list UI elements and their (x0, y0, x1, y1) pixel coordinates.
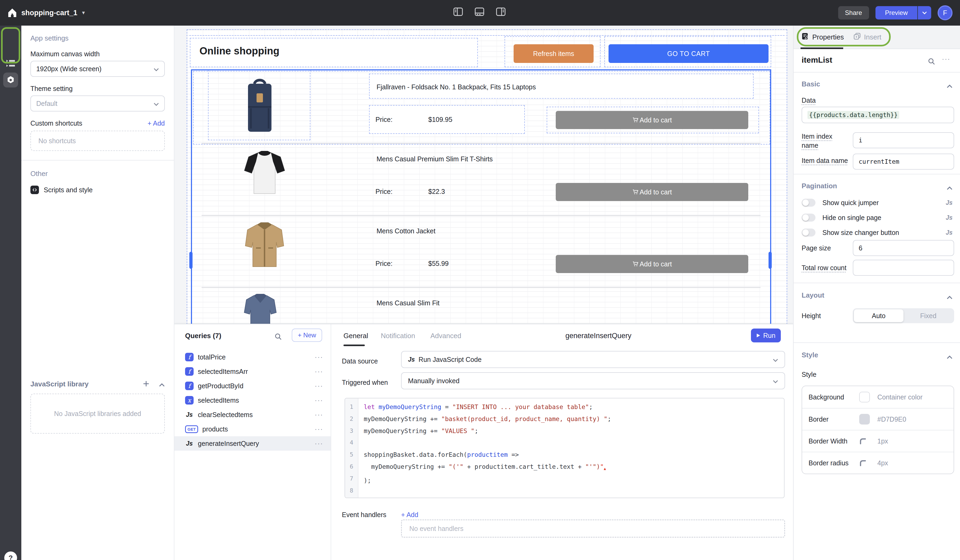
toggle-left-panel-icon[interactable] (453, 8, 463, 18)
tab-general[interactable]: General (344, 332, 368, 340)
tab-notification[interactable]: Notification (381, 332, 415, 340)
tab-insert[interactable]: Insert (853, 32, 882, 42)
page-size-input[interactable]: 6 (853, 240, 954, 256)
color-swatch[interactable] (859, 414, 870, 424)
app-canvas[interactable]: Online shopping Refresh items GO TO CART… (187, 29, 787, 324)
avatar[interactable]: F (938, 5, 952, 20)
collapse-icon[interactable] (947, 352, 952, 361)
resize-handle-right[interactable] (768, 252, 772, 269)
query-menu-icon[interactable]: ··· (315, 382, 323, 390)
query-list-item[interactable]: JsclearSelectedtems··· (174, 408, 331, 422)
add-to-cart-button[interactable]: Add to cart (556, 183, 748, 201)
data-source-select[interactable]: Js Run JavaScript Code (401, 351, 785, 368)
query-menu-icon[interactable]: ··· (315, 411, 323, 419)
resize-handle-left[interactable] (189, 252, 192, 269)
code-content[interactable]: let myDemoQueryString = "INSERT INTO ...… (358, 398, 611, 498)
no-shortcuts-placeholder: No shortcuts (30, 131, 165, 151)
toggle-label: Show size changer button (822, 229, 899, 237)
query-list-item[interactable]: JsgenerateInsertQuery··· (174, 436, 331, 451)
query-list-item[interactable]: fgetProductById··· (174, 379, 331, 393)
max-canvas-width-select[interactable]: 1920px (Wide screen) (30, 61, 165, 77)
title-component-wrapper[interactable]: Online shopping (190, 38, 478, 67)
item-data-name-input[interactable]: currentItem (853, 154, 954, 170)
product-row[interactable]: Fjallraven - Foldsack No. 1 Backpack, Fi… (192, 72, 770, 144)
product-row[interactable]: Mens Casual Premium Slim Fit T-ShirtsPri… (192, 144, 770, 216)
toggle-bottom-panel-icon[interactable] (475, 8, 484, 18)
product-row[interactable]: Mens Cotton JacketPrice:$55.99Add to car… (192, 216, 770, 288)
collapse-icon[interactable] (947, 292, 952, 302)
height-fixed-option[interactable]: Fixed (904, 309, 953, 322)
preview-button[interactable]: Preview (875, 6, 917, 19)
color-swatch[interactable] (859, 392, 870, 402)
add-shortcut-button[interactable]: + Add (147, 120, 165, 127)
item-index-name-input[interactable]: i (853, 132, 954, 148)
product-row[interactable]: Mens Casual Slim Fit (192, 288, 770, 325)
scripts-and-style-item[interactable]: Scripts and style (30, 186, 165, 194)
query-menu-icon[interactable]: ··· (315, 440, 323, 448)
height-label: Height (802, 312, 821, 320)
inspector-search-icon[interactable] (928, 57, 935, 67)
inspector-tabs-strip: Properties Insert (794, 26, 960, 49)
toggle-switch[interactable] (802, 199, 816, 206)
toggle-switch[interactable] (802, 214, 816, 222)
style-row[interactable]: Border radius4px (802, 452, 954, 474)
item-list-component[interactable]: Fjallraven - Foldsack No. 1 Backpack, Fi… (191, 69, 771, 325)
share-button[interactable]: Share (838, 6, 869, 19)
query-menu-icon[interactable]: ··· (315, 368, 323, 376)
query-menu-icon[interactable]: ··· (315, 396, 323, 405)
collapse-icon[interactable] (947, 182, 952, 192)
style-row[interactable]: Border Width1px (802, 430, 954, 452)
no-js-libraries-placeholder: No JavaScript libraries added (30, 394, 165, 434)
price-value: $109.95 (428, 116, 452, 123)
style-row[interactable]: BackgroundContainer color (802, 386, 954, 408)
add-to-cart-button[interactable]: Add to cart (556, 255, 748, 273)
run-button[interactable]: Run (751, 328, 781, 342)
js-library-title: JavaScript library (30, 380, 88, 388)
product-title: Mens Casual Slim Fit (376, 299, 440, 307)
query-list-item[interactable]: ftotalPrice··· (174, 350, 331, 364)
topbar: shopping-cart_1 ▼ Share Preview F (0, 0, 960, 26)
add-js-library-icon[interactable] (143, 379, 149, 389)
home-icon[interactable] (8, 8, 17, 20)
go-to-cart-button[interactable]: GO TO CART (608, 44, 768, 63)
style-row[interactable]: Border#D7D9E0 (802, 408, 954, 430)
triggered-when-select[interactable]: Manually invoked (401, 372, 785, 389)
row-separator (202, 143, 760, 144)
query-menu-icon[interactable]: ··· (315, 353, 323, 361)
height-auto-option[interactable]: Auto (854, 309, 904, 322)
theme-setting-select[interactable]: Default (30, 96, 165, 112)
js-icon[interactable]: Js (946, 229, 952, 236)
add-event-handler-button[interactable]: + Add (401, 511, 418, 519)
query-list-item[interactable]: xselectedItems··· (174, 393, 331, 408)
new-query-button[interactable]: + New (292, 328, 322, 342)
app-title-caret-icon[interactable]: ▼ (81, 10, 86, 16)
query-search-icon[interactable] (275, 332, 282, 342)
price-value: $22.3 (428, 188, 445, 195)
js-icon[interactable]: Js (946, 199, 952, 206)
component-tree-icon[interactable] (3, 56, 18, 71)
refresh-items-button[interactable]: Refresh items (514, 44, 594, 63)
collapse-icon[interactable] (947, 80, 952, 90)
app-title[interactable]: shopping-cart_1 (21, 9, 77, 17)
tab-advanced[interactable]: Advanced (430, 332, 461, 340)
active-tab-underline (800, 48, 843, 49)
add-to-cart-button[interactable]: Add to cart (556, 111, 748, 129)
query-list-item[interactable]: fselectedItemsArr··· (174, 364, 331, 379)
query-menu-icon[interactable]: ··· (315, 425, 323, 434)
preview-dropdown-button[interactable] (917, 6, 931, 19)
help-button[interactable]: ? (4, 552, 17, 560)
app-settings-icon[interactable] (3, 72, 18, 88)
tab-properties[interactable]: Properties (802, 32, 844, 42)
price-label: Price: (376, 260, 392, 267)
total-row-count-input[interactable] (853, 260, 954, 276)
toggle-switch[interactable] (802, 229, 816, 237)
toggle-right-panel-icon[interactable] (496, 8, 506, 18)
component-menu-icon[interactable]: ··· (942, 55, 950, 63)
layout-section-title: Layout (802, 291, 824, 299)
data-input[interactable]: {{products.data.length}} (802, 107, 954, 123)
code-editor[interactable]: 12345678 let myDemoQueryString = "INSERT… (344, 398, 784, 498)
js-icon[interactable]: Js (946, 214, 952, 221)
query-list-item[interactable]: GETproducts··· (174, 422, 331, 436)
line-numbers: 12345678 (345, 398, 358, 498)
collapse-icon[interactable] (159, 379, 165, 389)
